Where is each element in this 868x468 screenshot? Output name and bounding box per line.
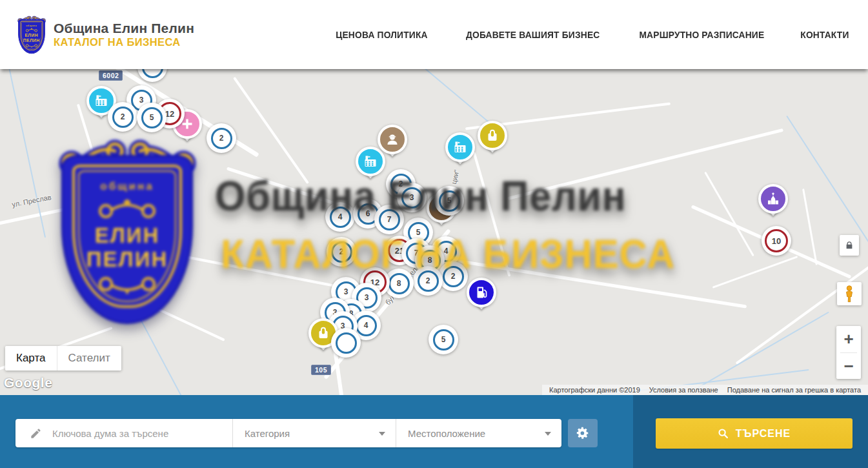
chevron-down-icon <box>379 432 385 436</box>
nav-item-contacts[interactable]: КОНТАКТИ <box>800 29 849 40</box>
map-marker-cluster[interactable]: 7 <box>374 205 404 234</box>
site-subtitle: КАТАЛОГ НА БИЗНЕСА <box>54 36 194 48</box>
attribution-copyright: Картографски данни ©2019 <box>545 386 645 394</box>
site-logo[interactable]: общинаЕЛИНПЕЛИН Община Елин Пелин КАТАЛО… <box>17 15 194 54</box>
map-marker-cluster[interactable]: 2 <box>413 266 443 296</box>
cluster-count: 4 <box>338 212 343 221</box>
cluster-count: 2 <box>121 112 125 121</box>
bag-icon <box>485 128 500 143</box>
cluster-count: 6 <box>366 209 370 218</box>
nav-item-add-business[interactable]: ДОБАВЕТЕ ВАШИЯТ БИЗНЕС <box>466 29 600 40</box>
cluster-count: 2 <box>426 276 430 285</box>
cluster-count: 5 <box>150 113 154 122</box>
location-select[interactable]: Местоположение <box>396 419 561 447</box>
location-select-label: Местоположение <box>408 428 485 439</box>
map-marker-cluster[interactable]: 2 <box>108 102 137 132</box>
map-type-map-button[interactable]: Карта <box>5 346 57 371</box>
cluster-count: 8 <box>397 279 401 288</box>
terms-link[interactable]: Условия за ползване <box>645 386 723 394</box>
chevron-down-icon <box>545 432 551 436</box>
cluster-count: 7 <box>387 215 392 224</box>
cluster-count: 3 <box>410 193 414 202</box>
map-marker-cluster[interactable]: 3 <box>397 183 427 212</box>
pegman-button[interactable] <box>837 282 862 305</box>
church-icon <box>765 191 781 207</box>
category-select[interactable]: Категория <box>232 419 396 447</box>
map-attribution: Картографски данни ©2019 Условия за полз… <box>542 385 868 395</box>
gear-icon <box>576 426 590 440</box>
map-marker-cluster[interactable]: 10 <box>762 226 791 256</box>
map-marker-cluster[interactable]: 5 <box>434 186 464 216</box>
map-marker-cluster[interactable]: 2 <box>207 123 236 153</box>
pencil-icon <box>30 427 42 440</box>
lock-button[interactable] <box>840 235 859 256</box>
factory-icon <box>363 154 378 169</box>
pegman-icon <box>843 285 855 303</box>
cluster-count: 3 <box>344 287 348 296</box>
map-marker-cluster[interactable]: 5 <box>137 103 167 132</box>
map-markers: 312252235467522174822812338343510 <box>0 69 868 395</box>
nav-item-route-schedule[interactable]: МАРШРУТНО РАЗПИСАНИЕ <box>640 29 765 40</box>
cluster-count: 5 <box>416 228 421 237</box>
cluster-count: 4 <box>444 247 449 256</box>
map-type-satellite-button[interactable]: Сателит <box>57 346 121 371</box>
cluster-count: 10 <box>772 236 781 246</box>
bag-icon <box>316 325 331 341</box>
map-marker-worker[interactable] <box>377 125 408 163</box>
cluster-count: 2 <box>451 272 456 281</box>
map-marker-cluster[interactable]: 2 <box>327 237 356 267</box>
map-marker-church[interactable] <box>758 184 789 223</box>
search-submit-label: ТЪРСЕНЕ <box>736 428 791 440</box>
worker-icon <box>385 132 400 147</box>
map-type-control: Карта Сателит <box>5 346 121 371</box>
zoom-out-button[interactable]: − <box>836 353 861 380</box>
factory-icon <box>452 139 468 155</box>
map-marker-cluster[interactable]: 4 <box>325 202 355 232</box>
report-error-link[interactable]: Подаване на сигнал за грешка в картата <box>723 386 865 394</box>
map-marker-fuel[interactable] <box>466 278 497 316</box>
site-title: Община Елин Пелин <box>54 21 194 36</box>
logo-text: Община Елин Пелин КАТАЛОГ НА БИЗНЕСА <box>54 21 194 48</box>
map-marker-cluster[interactable]: 2 <box>438 261 468 291</box>
fuel-icon <box>474 285 489 300</box>
zoom-control: + − <box>836 326 861 379</box>
municipality-crest-logo: общинаЕЛИНПЕЛИН <box>17 15 47 54</box>
cluster-count: 5 <box>441 335 446 344</box>
lock-icon <box>845 240 854 250</box>
cluster-count: 3 <box>365 293 369 302</box>
map-marker-cluster[interactable] <box>137 69 167 82</box>
cluster-count: 3 <box>139 96 144 105</box>
cluster-count: 2 <box>219 134 224 143</box>
search-fields: Категория Местоположение <box>15 419 561 447</box>
search-submit-button[interactable]: ТЪРСЕНЕ <box>656 418 853 449</box>
map-marker-cluster[interactable] <box>331 328 361 358</box>
header: общинаЕЛИНПЕЛИН Община Елин Пелин КАТАЛО… <box>0 0 868 69</box>
map-canvas[interactable]: 6002105ул. Преславбул. „Новоселции“ 3122… <box>0 69 868 395</box>
search-icon <box>718 428 729 439</box>
google-logo[interactable]: Google <box>4 375 52 391</box>
category-select-label: Категория <box>245 428 290 439</box>
advanced-settings-button[interactable] <box>568 419 598 447</box>
factory-icon <box>94 93 109 108</box>
zoom-in-button[interactable]: + <box>836 326 861 352</box>
map-marker-bag[interactable] <box>477 121 508 159</box>
cluster-count: 5 <box>447 196 452 205</box>
cluster-count: 2 <box>339 247 344 256</box>
keyword-input[interactable] <box>51 427 232 440</box>
main-nav: ЦЕНОВА ПОЛИТИКА ДОБАВЕТЕ ВАШИЯТ БИЗНЕС М… <box>332 29 851 40</box>
keyword-field <box>15 419 232 447</box>
nav-item-pricing[interactable]: ЦЕНОВА ПОЛИТИКА <box>336 29 427 40</box>
search-bar: Категория Местоположение ТЪРСЕНЕ <box>0 395 868 468</box>
cluster-count: 8 <box>428 256 432 265</box>
map-marker-factory[interactable] <box>445 132 476 171</box>
map-marker-cluster[interactable]: 5 <box>429 325 458 354</box>
cluster-count: 4 <box>364 321 368 330</box>
